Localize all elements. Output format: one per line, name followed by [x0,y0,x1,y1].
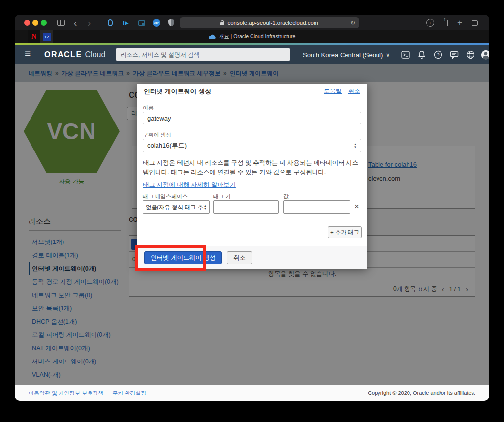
select-chevrons-icon: ▲▼ [354,143,357,149]
forward-button[interactable]: › [84,15,94,30]
avatar-icon [480,49,489,60]
tag-value-input[interactable] [284,200,350,214]
tag-value-label: 값 [284,193,289,200]
terms-link[interactable]: 이용약관 및 개인정보 보호정책 [29,390,103,397]
tag-key-input[interactable] [213,200,279,214]
lock-icon [220,22,224,25]
tag-learn-more-link[interactable]: 태그 지정에 대해 자세히 알아보기 [143,181,236,189]
copyright-text: Copyright © 2020, Oracle and/or its affi… [368,390,475,396]
name-input[interactable] [143,112,361,124]
cancel-button[interactable]: 취소 [227,251,252,264]
tab-overview-button[interactable] [469,15,480,30]
modal-header: 인터넷 게이트웨이 생성 도움말 취소 [137,84,367,99]
pinned-tab-17[interactable]: 17 [40,30,53,43]
sidebar-icon [57,20,65,26]
chevron-down-icon: ∨ [386,52,390,58]
remove-tag-icon[interactable]: × [354,202,359,211]
annotation-highlight-box [135,245,206,271]
compartment-select[interactable]: colah16(루트) ▲▼ [143,139,361,152]
tag-namespace-select[interactable]: 없음(자유 형식 태그 추가) ▲▼ [143,200,210,214]
create-internet-gateway-modal: 인터넷 게이트웨이 생성 도움말 취소 이름 구획에 생성 colah16(루트… [137,84,367,269]
play-icon: ▶ [123,20,128,26]
add-tag-button[interactable]: + 추가 태그 [328,226,362,238]
browser-window: ‹ › ▶ ABP console.ap-seoul-1.oraclecloud… [15,15,489,401]
tag-namespace-label: 태그 네임스페이스 [143,193,188,200]
globe-icon [466,50,475,60]
adblock-icon: ABP [153,19,160,27]
bell-icon [417,50,427,60]
modal-title: 인터넷 게이트웨이 생성 [144,87,211,96]
zoom-window-button[interactable] [41,20,47,26]
region-selector[interactable]: South Korea Central (Seoul) ∨ [303,45,390,64]
name-label: 이름 [143,104,154,112]
cloud-favicon-icon [209,34,216,40]
screenshot-extension-button[interactable] [136,15,148,30]
page-content: 네트워킹 » 가상 클라우드 네트워크 » 가상 클라우드 네트워크 세부정보 … [15,64,489,385]
select-chevrons-icon: ▲▼ [204,204,207,210]
terminal-icon [401,50,410,60]
minimize-window-button[interactable] [32,20,38,26]
compartment-label: 구획에 생성 [143,131,171,139]
tab-overview-icon [472,20,478,26]
oracle-cloud-logo[interactable]: ORACLE Cloud [44,45,105,64]
url-text: console.ap-seoul-1.oraclecloud.com [227,20,318,26]
svg-text:?: ? [437,52,439,57]
cloud-shell-button[interactable] [400,49,411,60]
privacy-extension-button[interactable] [165,15,177,30]
help-link[interactable]: 도움말 [324,87,342,95]
desktop-background: ‹ › ▶ ABP console.ap-seoul-1.oraclecloud… [0,0,504,422]
hamburger-menu-button[interactable]: ≡ [25,48,31,60]
back-button[interactable]: ‹ [70,15,81,30]
user-menu-button[interactable] [480,49,489,60]
adblock-extension-button[interactable]: ABP [151,15,162,30]
mouse-extension-button[interactable] [104,15,116,30]
tag-namespace-value: 없음(자유 형식 태그 추가) [146,204,204,211]
pinned-tab-netflix[interactable]: N [28,30,40,43]
compartment-value: colah16(루트) [147,141,187,150]
reload-button[interactable]: ↻ [350,17,355,28]
feedback-button[interactable] [449,49,460,60]
language-button[interactable] [465,49,476,60]
mouse-icon [108,19,113,26]
console-search-input[interactable] [116,48,290,61]
console-footer: 이용약관 및 개인정보 보호정책 쿠키 환경설정 Copyright © 202… [15,385,489,401]
sidebar-toggle-button[interactable] [55,15,67,30]
shield-icon [168,19,174,26]
active-tab[interactable]: 개요 | Oracle Cloud Infrastructure [15,30,489,43]
close-window-button[interactable] [24,20,30,26]
active-tab-title: 개요 | Oracle Cloud Infrastructure [219,33,296,40]
play-extension-button[interactable]: ▶ [120,15,132,30]
help-icon: ? [433,50,443,60]
notifications-button[interactable] [416,49,427,60]
tab-17-icon: 17 [43,33,51,41]
tag-key-label: 태그 키 [213,193,231,200]
share-icon [442,20,448,26]
cancel-link[interactable]: 취소 [348,87,360,95]
oci-header: ≡ ORACLE Cloud South Korea Central (Seou… [15,45,489,64]
download-icon: ↓ [426,19,434,27]
share-button[interactable] [439,15,451,30]
tab-strip: N 17 개요 | Oracle Cloud Infrastructure [15,30,489,43]
chat-icon [449,50,459,60]
screenshot-icon [138,20,145,26]
downloads-button[interactable]: ↓ [424,15,436,30]
cookie-preferences-link[interactable]: 쿠키 환경설정 [112,390,146,397]
new-tab-button[interactable]: + [454,15,466,30]
help-button[interactable]: ? [433,49,443,60]
browser-titlebar: ‹ › ▶ ABP console.ap-seoul-1.oraclecloud… [15,15,489,30]
address-bar[interactable]: console.ap-seoul-1.oraclecloud.com ↻ [180,17,359,28]
tag-description: 태그 지정은 테넌시 내 리소스를 구성 및 추적하는 데 사용되는 메타데이터… [143,158,361,178]
